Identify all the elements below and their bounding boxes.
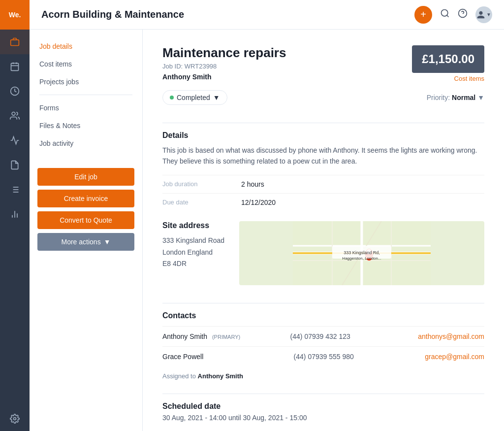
nav-icon-analytics[interactable] [0, 202, 30, 227]
contact-email-2[interactable]: gracep@gmail.com [425, 353, 484, 361]
help-icon[interactable] [458, 8, 468, 21]
nav-icon-settings[interactable] [0, 406, 30, 431]
contact-phone-2: (44) 07939 555 980 [294, 353, 425, 361]
nav-icon-people[interactable] [0, 103, 30, 128]
priority-label: Priority: [427, 94, 450, 101]
due-date-label: Due date [162, 199, 241, 206]
job-header: Maintenance repairs Job ID: WRT23998 Ant… [162, 45, 484, 82]
divider-1 [162, 123, 484, 123]
duration-label: Job duration [162, 180, 241, 188]
sidebar-divider [39, 95, 132, 95]
site-address-line2: London England [162, 248, 213, 256]
sidebar: ← Jobs Job details Cost items Projects j… [30, 0, 143, 431]
due-date-row: Due date 12/12/2020 [162, 193, 484, 211]
svg-point-17 [441, 10, 448, 16]
cost-section: £1,150.00 Cost items [412, 45, 484, 82]
nav-icon-briefcase[interactable] [0, 30, 30, 54]
contact-name-1: Anthony Smith (PRIMARY) [162, 332, 290, 340]
assigned-row: Assigned to Anthony Smith [162, 372, 484, 380]
contact-row-2: Grace Powell (44) 07939 555 980 gracep@g… [162, 346, 484, 366]
add-button[interactable]: + [414, 6, 432, 24]
main-content: Maintenance repairs Job ID: WRT23998 Ant… [143, 30, 504, 431]
site-section: Site address 333 Kingsland Road London E… [162, 221, 484, 285]
svg-text:333 Kingsland Rd,: 333 Kingsland Rd, [344, 250, 380, 255]
sidebar-navigation: Job details Cost items Projects jobs For… [30, 30, 142, 160]
duration-value: 2 hours [241, 180, 264, 188]
divider-2 [162, 303, 484, 303]
status-dot [170, 96, 174, 99]
nav-icon-list[interactable] [0, 177, 30, 202]
scheduled-value: 30 Aug, 2021 - 14:00 until 30 Aug, 2021 … [162, 414, 484, 422]
sidebar-item-cost-items[interactable]: Cost items [30, 55, 142, 73]
topbar-actions: + ▼ [414, 6, 492, 24]
contact-name-2: Grace Powell [162, 353, 294, 361]
job-title: Maintenance repairs [162, 45, 286, 61]
svg-line-18 [447, 15, 449, 17]
nav-icon-calendar[interactable] [0, 54, 30, 79]
site-address-heading: Site address [162, 221, 224, 230]
job-id-value: WRT23998 [185, 63, 217, 70]
chevron-down-icon: ▼ [104, 238, 111, 246]
svg-point-6 [12, 112, 15, 116]
contacts-heading: Contacts [162, 311, 484, 320]
details-heading: Details [162, 131, 484, 140]
sidebar-item-projects-jobs[interactable]: Projects jobs [30, 73, 142, 91]
company-name: Acorn Building & Maintenance [41, 9, 414, 20]
status-row: Completed ▼ Priority: Normal ▼ [162, 90, 484, 105]
sidebar-actions: Edit job Create invoice Convert to Quote… [30, 160, 142, 259]
details-text: This job is based on what was discussed … [162, 145, 484, 167]
topbar: Acorn Building & Maintenance + ▼ [30, 0, 504, 30]
scheduled-heading: Scheduled date [162, 402, 484, 411]
status-label: Completed [177, 94, 210, 101]
contact-phone-1: (44) 07939 432 123 [290, 332, 418, 340]
priority-value: Normal [452, 94, 475, 101]
cost-amount: £1,150.00 [422, 52, 474, 66]
nav-icon-chart[interactable] [0, 128, 30, 153]
job-assignee: Anthony Smith [162, 73, 286, 81]
duration-row: Job duration 2 hours [162, 175, 484, 193]
svg-rect-0 [11, 40, 19, 46]
site-address-line3: E8 4DR [162, 260, 187, 267]
details-section: Details This job is based on what was di… [162, 131, 484, 211]
job-id-label: Job ID: [162, 63, 183, 70]
svg-point-16 [14, 418, 16, 420]
svg-rect-1 [11, 63, 19, 70]
nav-icon-invoice[interactable] [0, 153, 30, 177]
cost-items-link[interactable]: Cost items [412, 75, 484, 82]
sidebar-item-job-details[interactable]: Job details [30, 37, 142, 55]
contact-row-1: Anthony Smith (PRIMARY) (44) 07939 432 1… [162, 326, 484, 346]
due-date-value: 12/12/2020 [241, 199, 276, 206]
create-invoice-button[interactable]: Create invoice [37, 190, 134, 207]
more-actions-label: More actions [61, 238, 100, 246]
job-title-section: Maintenance repairs Job ID: WRT23998 Ant… [162, 45, 286, 81]
status-chevron-icon: ▼ [213, 94, 220, 101]
job-id: Job ID: WRT23998 [162, 63, 286, 70]
contact-badge-1: (PRIMARY) [212, 334, 240, 340]
assigned-label: Assigned to [162, 372, 196, 380]
cost-box: £1,150.00 [412, 45, 484, 73]
status-badge[interactable]: Completed ▼ [162, 90, 227, 105]
nav-icon-clock[interactable] [0, 79, 30, 103]
contact-email-1[interactable]: anthonys@gmail.com [418, 332, 484, 340]
contacts-section: Contacts Anthony Smith (PRIMARY) (44) 07… [162, 311, 484, 366]
site-address: Site address 333 Kingsland Road London E… [162, 221, 224, 285]
sidebar-item-job-activity[interactable]: Job activity [30, 134, 142, 152]
map-placeholder: 333 Kingsland Rd, Haggerston, London... [239, 221, 484, 285]
edit-job-button[interactable]: Edit job [37, 168, 134, 186]
scheduled-section: Scheduled date 30 Aug, 2021 - 14:00 unti… [162, 402, 484, 422]
sidebar-item-files-notes[interactable]: Files & Notes [30, 117, 142, 134]
site-address-line1: 333 Kingsland Road [162, 236, 224, 244]
sidebar-item-forms[interactable]: Forms [30, 99, 142, 117]
search-icon[interactable] [440, 8, 450, 21]
convert-to-quote-button[interactable]: Convert to Quote [37, 211, 134, 229]
priority-chevron-icon: ▼ [477, 94, 484, 101]
icon-navigation: We. [0, 0, 30, 431]
more-actions-button[interactable]: More actions ▼ [37, 233, 134, 251]
svg-text:Haggerston, London...: Haggerston, London... [342, 256, 381, 261]
user-avatar[interactable]: ▼ [475, 6, 492, 23]
priority-section: Priority: Normal ▼ [427, 94, 484, 101]
app-logo: We. [0, 0, 30, 30]
assigned-to: Anthony Smith [198, 372, 243, 380]
divider-3 [162, 394, 484, 394]
